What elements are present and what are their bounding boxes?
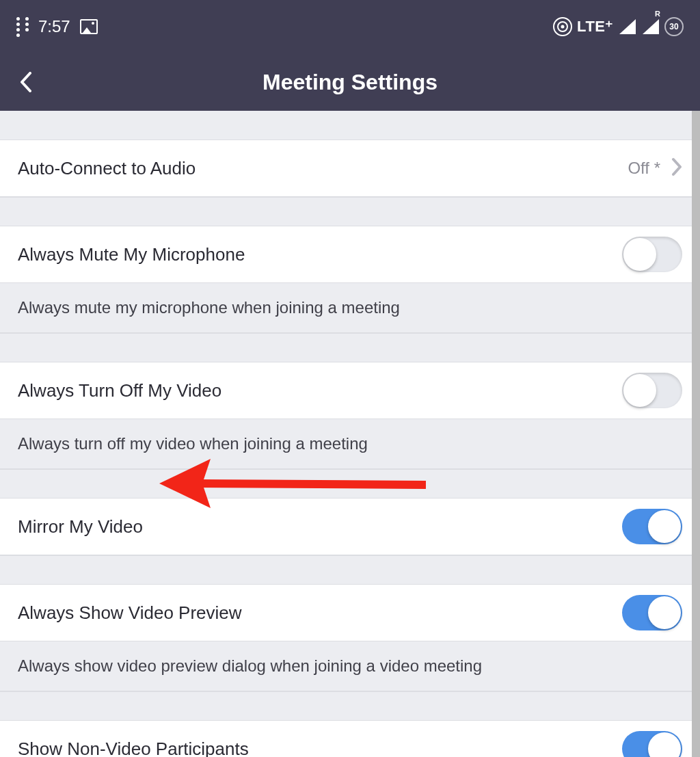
row-always-show-video-preview[interactable]: Always Show Video Preview	[0, 584, 700, 641]
row-label: Always Show Video Preview	[18, 602, 242, 624]
android-status-bar: 7:57 LTE⁺ R 30	[0, 0, 700, 53]
status-left: 7:57	[16, 17, 98, 37]
row-mirror-my-video[interactable]: Mirror My Video	[0, 498, 700, 555]
scrollbar[interactable]	[692, 111, 700, 757]
row-right: Off *	[628, 157, 682, 179]
app-header: Meeting Settings	[0, 53, 700, 111]
section-gap	[0, 333, 700, 362]
row-show-non-video-participants[interactable]: Show Non-Video Participants	[0, 720, 700, 757]
section-gap	[0, 197, 700, 226]
signal-icon	[619, 19, 636, 34]
section-gap	[0, 555, 700, 584]
chevron-left-icon	[20, 72, 32, 92]
section-gap	[0, 111, 700, 140]
battery-icon: 30	[664, 17, 684, 36]
row-auto-connect-audio[interactable]: Auto-Connect to Audio Off *	[0, 140, 700, 197]
row-label: Auto-Connect to Audio	[18, 158, 196, 179]
row-description: Always turn off my video when joining a …	[0, 419, 700, 469]
toggle-mute-microphone[interactable]	[622, 237, 682, 272]
row-label: Always Mute My Microphone	[18, 244, 245, 265]
settings-content: Auto-Connect to Audio Off * Always Mute …	[0, 111, 700, 757]
status-right: LTE⁺ R 30	[554, 17, 684, 36]
toggle-non-video-participants[interactable]	[622, 731, 682, 757]
roaming-badge: R	[655, 10, 660, 18]
toggle-turn-off-video[interactable]	[622, 373, 682, 408]
page-title: Meeting Settings	[262, 70, 438, 95]
hotspot-icon	[554, 18, 571, 36]
row-always-mute-microphone[interactable]: Always Mute My Microphone	[0, 226, 700, 283]
toggle-mirror-video[interactable]	[622, 509, 682, 544]
back-button[interactable]	[12, 68, 40, 96]
battery-text: 30	[669, 22, 678, 31]
clock-text: 7:57	[38, 17, 70, 36]
row-value: Off *	[628, 159, 660, 178]
row-description: Always mute my microphone when joining a…	[0, 283, 700, 333]
chevron-right-icon	[671, 157, 682, 179]
network-type: LTE⁺	[577, 18, 614, 36]
row-always-turn-off-video[interactable]: Always Turn Off My Video	[0, 362, 700, 419]
row-label: Mirror My Video	[18, 516, 143, 537]
section-gap	[0, 469, 700, 498]
row-label: Show Non-Video Participants	[18, 739, 249, 758]
blackberry-icon	[16, 17, 29, 37]
image-notification-icon	[80, 19, 98, 34]
section-gap	[0, 691, 700, 720]
row-description: Always show video preview dialog when jo…	[0, 641, 700, 691]
signal-roaming-icon: R	[643, 19, 659, 34]
row-label: Always Turn Off My Video	[18, 380, 221, 401]
toggle-video-preview[interactable]	[622, 595, 682, 630]
